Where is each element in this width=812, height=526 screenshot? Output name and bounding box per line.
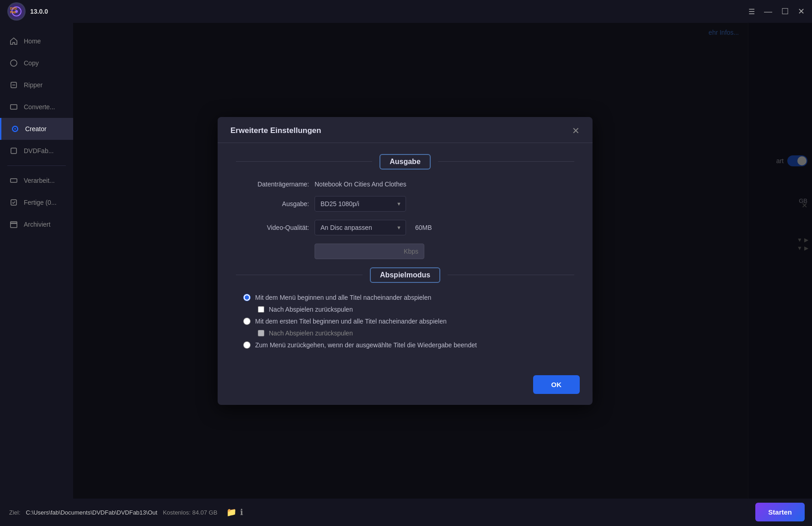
sidebar-label-archiviert: Archiviert bbox=[24, 221, 50, 228]
title-bar: DVD Fab 13.0.0 ☰ — ☐ ✕ bbox=[0, 0, 812, 23]
play-option-2-sub-row: Nach Abspielen zurückspulen bbox=[236, 329, 574, 337]
sidebar-label-creator: Creator bbox=[25, 125, 47, 133]
advanced-settings-dialog: Erweiterte Einstellungen ✕ Ausgabe Daten… bbox=[218, 117, 593, 405]
play-option-3-label: Zum Menü zurückgehen, wenn der ausgewähl… bbox=[255, 341, 477, 349]
play-option-1-radio[interactable] bbox=[243, 294, 251, 301]
sidebar-item-home[interactable]: Home bbox=[0, 30, 73, 52]
video-qualitaet-select[interactable]: An Disc anpassen Konstant Variabel bbox=[315, 220, 406, 235]
sidebar-item-verarbeitung[interactable]: Verarbeit... bbox=[0, 170, 73, 191]
play-option-2-checkbox[interactable] bbox=[258, 330, 264, 336]
video-qualitaet-label: Video-Qualität: bbox=[236, 224, 309, 231]
sidebar-item-copy[interactable]: Copy bbox=[0, 52, 73, 74]
sidebar-item-creator[interactable]: Creator bbox=[0, 118, 73, 140]
datentraeger-label: Datenträgername: bbox=[236, 181, 309, 188]
copy-icon bbox=[9, 58, 18, 68]
ausgabe-section-header: Ausgabe bbox=[236, 154, 574, 170]
archive-icon bbox=[9, 220, 18, 229]
sidebar-label-home: Home bbox=[24, 37, 41, 45]
home-icon bbox=[9, 37, 18, 46]
play-option-3-radio[interactable] bbox=[243, 341, 251, 349]
video-qualitaet-row: Video-Qualität: An Disc anpassen Konstan… bbox=[236, 220, 574, 235]
ausgabe-select-wrapper: BD25 1080p/i BD50 1080p/i BD25 720p bbox=[315, 196, 406, 212]
dialog-close-button[interactable]: ✕ bbox=[572, 126, 580, 135]
sidebar-label-dvdfab: DVDFab... bbox=[24, 147, 53, 154]
svg-rect-13 bbox=[11, 179, 17, 182]
play-option-2-sub-label: Nach Abspielen zurückspulen bbox=[269, 329, 353, 337]
play-option-2-row: Mit dem ersten Titel beginnen und alle T… bbox=[236, 318, 574, 325]
folder-icon[interactable]: 📁 bbox=[226, 507, 236, 517]
done-icon bbox=[9, 198, 18, 207]
datentraeger-row: Datenträgername: Notebook On Cities And … bbox=[236, 181, 574, 188]
title-bar-left: DVD Fab 13.0.0 bbox=[7, 2, 48, 21]
play-option-1-sub-label: Nach Abspielen zurückspulen bbox=[269, 306, 353, 313]
svg-point-11 bbox=[14, 128, 16, 130]
sidebar-item-dvdfab[interactable]: DVDFab... bbox=[0, 140, 73, 162]
ziel-label: Ziel: bbox=[9, 509, 21, 516]
svg-rect-16 bbox=[11, 222, 17, 223]
app-logo: DVD Fab bbox=[7, 2, 26, 21]
abspielmodus-label: Abspielmodus bbox=[370, 267, 440, 283]
svg-rect-8 bbox=[11, 105, 17, 109]
dialog-header: Erweiterte Einstellungen ✕ bbox=[218, 117, 593, 143]
minimize-button[interactable]: — bbox=[764, 7, 772, 16]
app-version: 13.0.0 bbox=[30, 8, 48, 15]
ausgabe-row: Ausgabe: BD25 1080p/i BD50 1080p/i BD25 … bbox=[236, 196, 574, 212]
ziel-path: C:\Users\fab\Documents\DVDFab\DVDFab13\O… bbox=[26, 509, 158, 516]
sidebar-label-fertige: Fertige (0... bbox=[24, 199, 57, 206]
free-space: Kostenlos: 84.07 GB bbox=[163, 509, 217, 516]
main-content: art GB ✕ ▼ ▶ ▼ ▶ ehr Infos... bbox=[73, 23, 812, 499]
play-option-2-radio[interactable] bbox=[243, 318, 251, 325]
svg-text:Fab: Fab bbox=[10, 11, 16, 14]
sidebar-label-copy: Copy bbox=[24, 59, 39, 67]
abspielmodus-section-header: Abspielmodus bbox=[236, 267, 574, 283]
play-section: Mit dem Menü beginnen und alle Titel nac… bbox=[236, 294, 574, 349]
creator-icon bbox=[11, 124, 20, 133]
kbps-row bbox=[236, 244, 574, 259]
section-line-left bbox=[236, 161, 372, 162]
datentraeger-value: Notebook On Cities And Clothes bbox=[315, 181, 406, 188]
ausgabe-field-label: Ausgabe: bbox=[236, 200, 309, 207]
title-bar-controls: ☰ — ☐ ✕ bbox=[748, 6, 805, 16]
sidebar-divider bbox=[7, 165, 66, 166]
ausgabe-select[interactable]: BD25 1080p/i BD50 1080p/i BD25 720p bbox=[315, 196, 406, 212]
play-option-1-label: Mit dem Menü beginnen und alle Titel nac… bbox=[255, 294, 431, 301]
bottom-bar: Ziel: C:\Users\fab\Documents\DVDFab\DVDF… bbox=[0, 499, 812, 526]
dialog-footer: OK bbox=[218, 375, 593, 394]
svg-point-5 bbox=[11, 60, 17, 66]
play-option-1-sub-row: Nach Abspielen zurückspulen bbox=[236, 306, 574, 313]
play-option-3-row: Zum Menü zurückgehen, wenn der ausgewähl… bbox=[236, 341, 574, 349]
sidebar-item-archiviert[interactable]: Archiviert bbox=[0, 213, 73, 235]
maximize-button[interactable]: ☐ bbox=[781, 6, 789, 16]
menu-icon[interactable]: ☰ bbox=[748, 7, 755, 16]
kbps-input[interactable] bbox=[315, 244, 424, 259]
sidebar-item-fertige[interactable]: Fertige (0... bbox=[0, 191, 73, 213]
svg-rect-12 bbox=[11, 148, 16, 154]
video-qualitaet-select-wrapper: An Disc anpassen Konstant Variabel bbox=[315, 220, 406, 235]
ausgabe-label: Ausgabe bbox=[379, 154, 431, 170]
play-option-1-checkbox[interactable] bbox=[258, 306, 264, 313]
ok-button[interactable]: OK bbox=[533, 375, 580, 394]
converter-icon bbox=[9, 102, 18, 112]
sidebar-label-ripper: Ripper bbox=[24, 81, 43, 89]
play-option-1-row: Mit dem Menü beginnen und alle Titel nac… bbox=[236, 294, 574, 301]
dvdfab-logo-icon: DVD Fab bbox=[8, 3, 25, 20]
mb-value: 60MB bbox=[415, 224, 432, 231]
sidebar-item-converter[interactable]: Converte... bbox=[0, 96, 73, 118]
process-icon bbox=[9, 176, 18, 185]
play-option-2-label: Mit dem ersten Titel beginnen und alle T… bbox=[255, 318, 447, 325]
sidebar: Home Copy Ripper Converte... Creator DVD… bbox=[0, 23, 73, 499]
sidebar-item-ripper[interactable]: Ripper bbox=[0, 74, 73, 96]
section-line-right bbox=[438, 161, 574, 162]
abspielmodus-line-left bbox=[236, 275, 363, 275]
svg-text:DVD: DVD bbox=[10, 7, 17, 10]
abspielmodus-line-right bbox=[448, 275, 574, 275]
info-icon[interactable]: ℹ bbox=[240, 507, 243, 517]
dialog-title: Erweiterte Einstellungen bbox=[230, 126, 321, 135]
sidebar-label-verarbeitung: Verarbeit... bbox=[24, 177, 55, 184]
starten-button[interactable]: Starten bbox=[755, 503, 805, 521]
sidebar-label-converter: Converte... bbox=[24, 103, 55, 111]
close-button[interactable]: ✕ bbox=[798, 6, 805, 16]
dialog-body: Ausgabe Datenträgername: Notebook On Cit… bbox=[218, 143, 593, 364]
dvdfab-nav-icon bbox=[9, 146, 18, 155]
ripper-icon bbox=[9, 80, 18, 90]
